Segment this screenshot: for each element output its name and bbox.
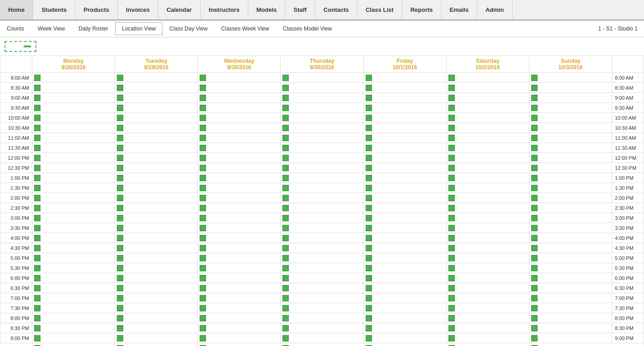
calendar-cell[interactable] (446, 163, 529, 173)
green-block-icon[interactable] (200, 295, 206, 301)
green-block-icon[interactable] (531, 335, 538, 341)
calendar-cell[interactable] (363, 103, 446, 113)
calendar-cell[interactable] (32, 133, 115, 143)
calendar-cell[interactable] (198, 203, 281, 213)
green-block-icon[interactable] (117, 155, 123, 161)
green-block-icon[interactable] (34, 185, 40, 191)
calendar-cell[interactable] (32, 233, 115, 243)
green-block-icon[interactable] (531, 195, 538, 201)
calendar-cell[interactable] (281, 193, 363, 203)
calendar-cell[interactable] (281, 313, 363, 323)
calendar-cell[interactable] (281, 283, 363, 293)
calendar-cell[interactable] (446, 133, 529, 143)
calendar-cell[interactable] (198, 133, 281, 143)
green-block-icon[interactable] (531, 325, 538, 331)
calendar-cell[interactable] (115, 93, 198, 103)
nav-item-admin[interactable]: Admin (477, 0, 512, 20)
green-block-icon[interactable] (200, 285, 206, 291)
green-block-icon[interactable] (282, 305, 289, 311)
green-block-icon[interactable] (117, 285, 123, 291)
green-block-icon[interactable] (282, 225, 289, 231)
green-block-icon[interactable] (200, 75, 206, 81)
green-block-icon[interactable] (531, 85, 538, 91)
nav-item-staff[interactable]: Staff (285, 0, 315, 20)
calendar-cell[interactable] (115, 273, 198, 283)
green-block-icon[interactable] (117, 85, 123, 91)
green-block-icon[interactable] (448, 205, 455, 211)
green-block-icon[interactable] (200, 235, 206, 241)
green-block-icon[interactable] (366, 235, 372, 241)
calendar-cell[interactable] (32, 183, 115, 193)
green-block-icon[interactable] (366, 305, 372, 311)
green-block-icon[interactable] (200, 165, 206, 171)
green-block-icon[interactable] (448, 245, 455, 251)
calendar-cell[interactable] (32, 273, 115, 283)
green-block-icon[interactable] (117, 275, 123, 281)
green-block-icon[interactable] (200, 245, 206, 251)
calendar-cell[interactable] (198, 93, 281, 103)
calendar-cell[interactable] (446, 343, 529, 346)
calendar-cell[interactable] (115, 293, 198, 303)
calendar-cell[interactable] (32, 293, 115, 303)
calendar-cell[interactable] (363, 283, 446, 293)
calendar-cell[interactable] (281, 223, 363, 233)
green-block-icon[interactable] (117, 165, 123, 171)
green-block-icon[interactable] (366, 175, 372, 181)
calendar-cell[interactable] (198, 163, 281, 173)
green-block-icon[interactable] (282, 335, 289, 341)
calendar-cell[interactable] (32, 333, 115, 343)
green-block-icon[interactable] (366, 95, 372, 101)
green-block-icon[interactable] (282, 235, 289, 241)
green-block-icon[interactable] (531, 245, 538, 251)
green-block-icon[interactable] (282, 195, 289, 201)
calendar-cell[interactable] (363, 253, 446, 263)
subnav-item-classes-week-view[interactable]: Classes Week View (214, 22, 276, 35)
calendar-cell[interactable] (446, 223, 529, 233)
green-block-icon[interactable] (282, 75, 289, 81)
calendar-cell[interactable] (446, 213, 529, 223)
calendar-cell[interactable] (32, 213, 115, 223)
green-block-icon[interactable] (117, 295, 123, 301)
green-block-icon[interactable] (282, 255, 289, 261)
green-block-icon[interactable] (531, 315, 538, 321)
subnav-item-location-view[interactable]: Location View (115, 22, 163, 35)
green-block-icon[interactable] (531, 125, 538, 131)
calendar-cell[interactable] (281, 113, 363, 123)
green-block-icon[interactable] (531, 285, 538, 291)
green-block-icon[interactable] (448, 295, 455, 301)
green-block-icon[interactable] (448, 335, 455, 341)
calendar-cell[interactable] (281, 173, 363, 183)
green-block-icon[interactable] (34, 215, 40, 221)
calendar-cell[interactable] (529, 253, 612, 263)
calendar-cell[interactable] (198, 123, 281, 133)
green-block-icon[interactable] (117, 95, 123, 101)
green-block-icon[interactable] (448, 175, 455, 181)
green-block-icon[interactable] (282, 295, 289, 301)
green-block-icon[interactable] (34, 225, 40, 231)
green-block-icon[interactable] (200, 265, 206, 271)
calendar-cell[interactable] (529, 263, 612, 273)
green-block-icon[interactable] (34, 165, 40, 171)
green-block-icon[interactable] (200, 85, 206, 91)
calendar-cell[interactable] (529, 143, 612, 153)
green-block-icon[interactable] (200, 195, 206, 201)
calendar-cell[interactable] (281, 93, 363, 103)
green-block-icon[interactable] (117, 265, 123, 271)
green-block-icon[interactable] (366, 85, 372, 91)
calendar-cell[interactable] (529, 83, 612, 93)
calendar-cell[interactable] (363, 213, 446, 223)
green-block-icon[interactable] (448, 305, 455, 311)
calendar-cell[interactable] (363, 183, 446, 193)
green-block-icon[interactable] (531, 105, 538, 111)
green-block-icon[interactable] (282, 155, 289, 161)
green-block-icon[interactable] (366, 225, 372, 231)
calendar-cell[interactable] (32, 173, 115, 183)
green-block-icon[interactable] (448, 155, 455, 161)
calendar-cell[interactable] (115, 333, 198, 343)
calendar-cell[interactable] (529, 153, 612, 163)
calendar-cell[interactable] (446, 263, 529, 273)
green-block-icon[interactable] (282, 215, 289, 221)
calendar-cell[interactable] (281, 243, 363, 253)
calendar-cell[interactable] (198, 73, 281, 83)
calendar-cell[interactable] (446, 243, 529, 253)
